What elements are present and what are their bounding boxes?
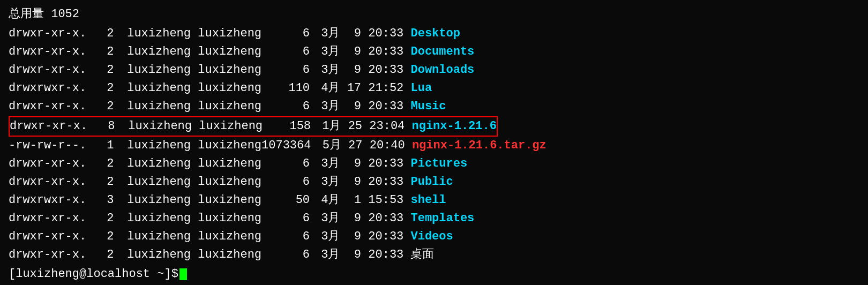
list-item: drwxr-xr-x. 2 luxizheng luxizheng6 3月 9 … [9, 61, 859, 79]
filename: nginx-1.21.6.tar.gz [405, 137, 547, 155]
filename: Public [403, 173, 453, 191]
list-item: drwxrwxr-x. 3 luxizheng luxizheng50 4月 1… [9, 191, 859, 209]
group: luxizheng [191, 155, 261, 173]
permissions: drwxr-xr-x. [9, 98, 100, 116]
filename: Templates [403, 209, 474, 228]
link-count: 2 [100, 228, 116, 246]
user: luxizheng [120, 43, 191, 61]
day: 9 [340, 228, 361, 246]
filename: Videos [403, 228, 453, 246]
group: luxizheng [191, 98, 261, 116]
month: 3月 [314, 228, 340, 246]
user: luxizheng [120, 98, 191, 116]
link-count: 2 [100, 43, 116, 61]
list-item: drwxr-xr-x. 2 luxizheng luxizheng6 3月 9 … [9, 43, 859, 61]
user: luxizheng [120, 228, 191, 246]
link-count: 3 [100, 191, 116, 209]
filename: nginx-1.21.6 [405, 117, 497, 136]
filename: Lua [403, 79, 432, 98]
group: luxizheng [191, 246, 261, 264]
group: luxizheng [191, 209, 261, 228]
day: 9 [340, 246, 361, 264]
list-item: drwxrwxr-x. 2 luxizheng luxizheng110 4月 … [9, 79, 859, 98]
month: 3月 [314, 246, 340, 264]
terminal: 总用量 1052 drwxr-xr-x. 2 luxizheng luxizhe… [9, 5, 859, 283]
total-line: 总用量 1052 [9, 5, 859, 24]
month: 3月 [314, 61, 340, 79]
file-size: 6 [261, 228, 310, 246]
filename: 桌面 [403, 246, 434, 264]
time: 20:33 [361, 98, 403, 116]
time: 23:04 [362, 117, 405, 136]
link-count: 8 [101, 117, 117, 136]
list-item: drwxr-xr-x. 2 luxizheng luxizheng6 3月 9 … [9, 155, 859, 173]
user: luxizheng [120, 155, 191, 173]
day: 9 [340, 43, 361, 61]
permissions: -rw-rw-r--. [9, 137, 100, 155]
file-size: 6 [261, 246, 310, 264]
time: 20:33 [361, 209, 403, 228]
list-item: drwxr-xr-x. 2 luxizheng luxizheng6 3月 9 … [9, 98, 859, 116]
link-count: 2 [100, 61, 116, 79]
file-size: 50 [261, 191, 310, 209]
link-count: 2 [100, 209, 116, 228]
day: 9 [340, 209, 361, 228]
time: 20:33 [361, 246, 403, 264]
time: 20:33 [361, 228, 403, 246]
day: 25 [341, 117, 362, 136]
file-size: 6 [261, 173, 310, 191]
filename: Downloads [403, 61, 474, 79]
file-size: 6 [261, 155, 310, 173]
permissions: drwxr-xr-x. [9, 43, 100, 61]
user: luxizheng [120, 246, 191, 264]
time: 21:52 [361, 79, 403, 98]
permissions: drwxrwxr-x. [9, 191, 100, 209]
user: luxizheng [120, 137, 191, 155]
filename: Music [403, 98, 446, 116]
month: 3月 [314, 173, 340, 191]
month: 3月 [314, 43, 340, 61]
file-size: 158 [263, 117, 311, 136]
prompt-text: [luxizheng@localhost ~]$ [9, 265, 178, 283]
permissions: drwxr-xr-x. [9, 25, 100, 43]
file-size: 1073364 [261, 137, 311, 155]
file-size: 6 [261, 43, 310, 61]
permissions: drwxrwxr-x. [9, 79, 100, 98]
permissions: drwxr-xr-x. [9, 173, 100, 191]
time: 20:33 [361, 25, 403, 43]
day: 9 [340, 173, 361, 191]
group: luxizheng [191, 173, 261, 191]
link-count: 2 [100, 246, 116, 264]
user: luxizheng [120, 79, 191, 98]
list-item: drwxr-xr-x. 2 luxizheng luxizheng6 3月 9 … [9, 173, 859, 191]
user: luxizheng [120, 173, 191, 191]
group: luxizheng [191, 228, 261, 246]
time: 15:53 [361, 191, 403, 209]
month: 5月 [315, 137, 341, 155]
time: 20:33 [361, 173, 403, 191]
month: 3月 [314, 25, 340, 43]
time: 20:40 [363, 137, 405, 155]
list-item: drwxr-xr-x. 2 luxizheng luxizheng6 3月 9 … [9, 246, 859, 264]
link-count: 2 [100, 155, 116, 173]
permissions: drwxr-xr-x. [9, 209, 100, 228]
group: luxizheng [191, 43, 261, 61]
list-item: drwxr-xr-x. 2 luxizheng luxizheng6 3月 9 … [9, 228, 859, 246]
day: 17 [340, 79, 361, 98]
filename: Desktop [403, 25, 460, 43]
list-item: drwxr-xr-x. 8 luxizheng luxizheng158 1月 … [9, 116, 498, 137]
group: luxizheng [191, 137, 261, 155]
permissions: drwxr-xr-x. [10, 117, 101, 136]
file-size: 6 [261, 98, 310, 116]
list-item: drwxr-xr-x. 2 luxizheng luxizheng6 3月 9 … [9, 209, 859, 228]
group: luxizheng [191, 25, 261, 43]
file-size: 110 [261, 79, 310, 98]
link-count: 1 [100, 137, 116, 155]
link-count: 2 [100, 173, 116, 191]
user: luxizheng [120, 209, 191, 228]
file-size: 6 [261, 209, 310, 228]
time: 20:33 [361, 155, 403, 173]
time: 20:33 [361, 43, 403, 61]
time: 20:33 [361, 61, 403, 79]
permissions: drwxr-xr-x. [9, 155, 100, 173]
